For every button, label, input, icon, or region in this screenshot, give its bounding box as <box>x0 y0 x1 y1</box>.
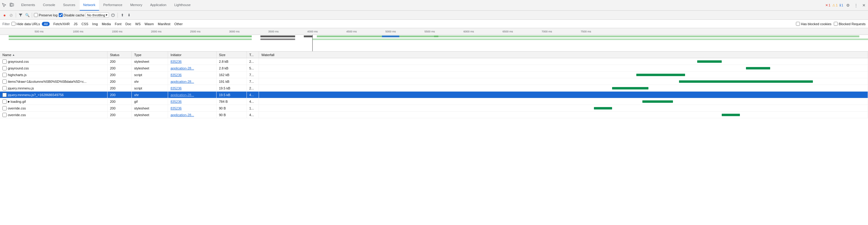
hide-data-urls-checkbox[interactable] <box>11 22 16 26</box>
td-time: 5... <box>247 65 259 72</box>
row-filename: override.css <box>8 113 26 117</box>
initiator-link[interactable]: application-28... <box>170 113 194 117</box>
td-type: xhr <box>132 78 168 85</box>
stop-recording-button[interactable]: ⊘ <box>8 12 14 18</box>
filter-media[interactable]: Media <box>100 22 113 26</box>
warning-badge[interactable]: ⚠ 1 <box>832 3 838 7</box>
row-checkbox[interactable] <box>2 66 7 71</box>
filter-js[interactable]: JS <box>72 22 79 26</box>
table-row[interactable]: grayround.css200stylesheetapplication-28… <box>0 65 868 72</box>
import-icon[interactable]: ⬆ <box>120 12 125 18</box>
initiator-link[interactable]: 835236 <box>170 107 182 110</box>
filter-ws[interactable]: WS <box>133 22 143 26</box>
th-waterfall[interactable]: Waterfall <box>259 52 868 58</box>
search-icon[interactable]: 🔍 <box>25 12 30 18</box>
inspect-icon[interactable] <box>1 2 7 8</box>
td-name: override.css <box>0 105 107 112</box>
disable-cache-label[interactable]: Disable cache <box>59 13 85 17</box>
row-checkbox[interactable] <box>2 93 7 97</box>
initiator-link[interactable]: 835236 <box>170 73 182 77</box>
table-row[interactable]: highcharts.js200script835236162 kB7... <box>0 72 868 78</box>
td-name: items?draw=1&columns%5B0%5D%5Bdata%5D=c.… <box>0 78 107 85</box>
tab-application[interactable]: Application <box>147 0 170 10</box>
hide-data-urls-label[interactable]: Hide data URLs <box>11 22 40 26</box>
timeline-chart[interactable] <box>0 35 868 52</box>
row-checkbox[interactable] <box>2 86 7 90</box>
tab-console[interactable]: Console <box>39 0 59 10</box>
table-row[interactable]: items?draw=1&columns%5B0%5D%5Bdata%5D=c.… <box>0 78 868 85</box>
th-type[interactable]: Type <box>132 52 168 58</box>
filter-css[interactable]: CSS <box>80 22 90 26</box>
td-name: override.css <box>0 112 107 118</box>
row-checkbox[interactable] <box>2 106 7 110</box>
row-checkbox[interactable] <box>2 80 7 84</box>
initiator-link[interactable]: 835236 <box>170 100 182 104</box>
error-badge[interactable]: ✕ 1 <box>825 3 831 7</box>
timeline-label-2500: 2500 ms <box>190 30 201 33</box>
preserve-log-label[interactable]: Preserve log <box>34 13 58 17</box>
disable-cache-checkbox[interactable] <box>59 13 63 17</box>
has-blocked-cookies-label[interactable]: Has blocked cookies <box>796 22 831 26</box>
filter-wasm[interactable]: Wasm <box>143 22 156 26</box>
th-initiator[interactable]: Initiator <box>168 52 217 58</box>
row-checkbox[interactable] <box>2 59 7 64</box>
has-blocked-cookies-checkbox[interactable] <box>796 22 800 26</box>
initiator-link[interactable]: 835236 <box>170 60 182 63</box>
more-icon[interactable]: ⋮ <box>853 2 859 8</box>
filter-img[interactable]: Img <box>91 22 100 26</box>
blocked-requests-checkbox[interactable] <box>834 22 838 26</box>
settings-icon[interactable]: ⚙ <box>845 2 851 8</box>
td-initiator: 835236 <box>168 85 217 91</box>
filter-manifest[interactable]: Manifest <box>156 22 172 26</box>
td-status: 200 <box>107 98 132 105</box>
export-icon[interactable]: ⬇ <box>126 12 132 18</box>
table-row[interactable]: override.css200stylesheet83523690 B1... <box>0 105 868 112</box>
initiator-link[interactable]: 835236 <box>170 86 182 90</box>
th-time[interactable]: T... <box>247 52 259 58</box>
svg-rect-7 <box>317 35 438 37</box>
initiator-link[interactable]: application-28... <box>170 80 194 83</box>
td-size: 90 B <box>217 105 247 112</box>
timeline-label-500: 500 ms <box>34 30 43 33</box>
blocked-requests-label[interactable]: Blocked Requests <box>834 22 866 26</box>
filter-other[interactable]: Other <box>173 22 185 26</box>
toolbar-divider-3 <box>118 13 118 18</box>
filter-fetchxhr[interactable]: Fetch/XHR <box>52 22 71 26</box>
tab-network[interactable]: Network <box>80 0 99 10</box>
row-checkbox[interactable] <box>2 113 7 117</box>
td-status: 200 <box>107 72 132 78</box>
th-status[interactable]: Status <box>107 52 132 58</box>
close-icon[interactable]: ✕ <box>861 2 867 8</box>
td-waterfall <box>259 112 868 118</box>
filter-doc[interactable]: Doc <box>124 22 133 26</box>
td-waterfall <box>259 85 868 91</box>
table-row[interactable]: jquery.mnmenu.js200script83523619.5 kB2.… <box>0 85 868 91</box>
filter-icon[interactable] <box>18 12 23 18</box>
initiator-link[interactable]: application-28... <box>170 93 194 97</box>
tab-elements[interactable]: Elements <box>18 0 39 10</box>
th-name[interactable]: Name ▲ <box>0 52 107 58</box>
tab-lighthouse[interactable]: Lighthouse <box>170 0 194 10</box>
preserve-log-checkbox[interactable] <box>34 13 38 17</box>
device-toggle-icon[interactable] <box>8 2 14 8</box>
tab-sources[interactable]: Sources <box>59 0 79 10</box>
record-button[interactable]: ● <box>2 12 7 18</box>
table-row[interactable]: ▶ loading.gif200gif835236784 B4... <box>0 98 868 105</box>
throttling-dropdown[interactable]: No throttling ▾ <box>86 12 109 18</box>
network-conditions-icon[interactable] <box>110 12 116 18</box>
timeline-label-6000: 6000 ms <box>463 30 474 33</box>
row-checkbox[interactable] <box>2 100 7 104</box>
initiator-link[interactable]: application-28... <box>170 66 194 70</box>
row-checkbox[interactable] <box>2 73 7 77</box>
table-row[interactable]: jquery.mnmenu.js?_=1628686549756200xhrap… <box>0 91 868 98</box>
tab-performance[interactable]: Performance <box>100 0 126 10</box>
table-row[interactable]: grayround.css200stylesheet8352362.8 kB2.… <box>0 58 868 65</box>
filter-font[interactable]: Font <box>113 22 123 26</box>
td-name: jquery.mnmenu.js <box>0 85 107 91</box>
filter-all-button[interactable]: All <box>42 22 50 26</box>
th-size[interactable]: Size <box>217 52 247 58</box>
table-row[interactable]: override.css200stylesheetapplication-28.… <box>0 112 868 118</box>
info-badge[interactable]: ℹ 1 <box>840 3 843 7</box>
td-waterfall <box>259 72 868 78</box>
tab-memory[interactable]: Memory <box>127 0 146 10</box>
